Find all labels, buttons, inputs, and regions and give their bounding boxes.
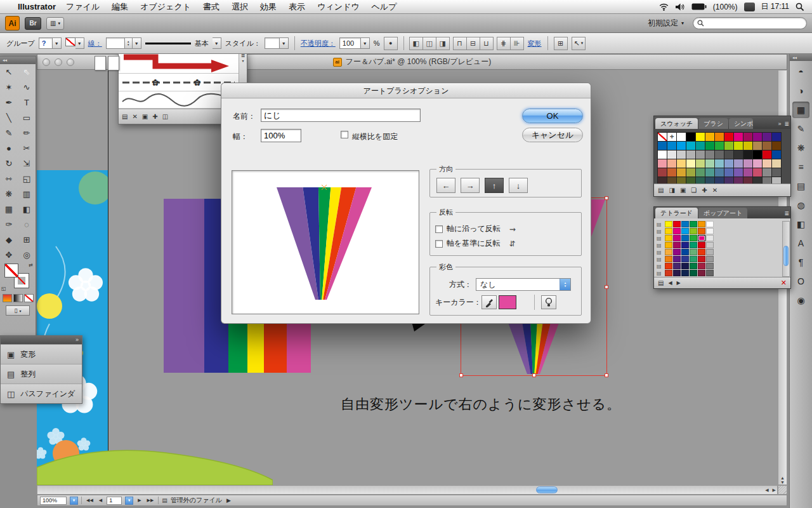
swatch[interactable]: [698, 270, 705, 276]
menu-item[interactable]: 書式: [203, 1, 219, 13]
swatch[interactable]: [681, 249, 689, 255]
swatch[interactable]: [665, 228, 672, 234]
pencil-tool[interactable]: ✏: [18, 125, 36, 140]
clock-label[interactable]: 日 17:11: [761, 1, 789, 12]
swatch[interactable]: [724, 133, 733, 141]
swatch-group-folder-icon[interactable]: ▤: [657, 264, 664, 269]
swatch[interactable]: [743, 142, 752, 150]
swatch[interactable]: [743, 159, 752, 168]
menu-item[interactable]: ファイル: [66, 1, 100, 13]
dock-collapse-header[interactable]: ◂◂: [790, 54, 812, 61]
none-mode-button[interactable]: [24, 294, 34, 302]
align-panel-item[interactable]: ▤整列: [1, 364, 82, 384]
brush-thumbnail[interactable]: [95, 56, 106, 70]
rotate-tool[interactable]: ↻: [0, 156, 18, 171]
delete-group-icon[interactable]: ✕: [781, 279, 787, 287]
colorization-tips-button[interactable]: [541, 295, 556, 309]
direction-left-button[interactable]: ←: [436, 178, 455, 193]
swatch[interactable]: [673, 221, 681, 227]
default-fill-stroke-icon[interactable]: ◱: [1, 286, 6, 291]
fill-color-dropdown-icon[interactable]: ▼: [75, 37, 84, 49]
swatch[interactable]: [763, 142, 771, 150]
swatch[interactable]: [698, 256, 705, 262]
stroke-weight-field[interactable]: [106, 37, 125, 49]
swatch[interactable]: [690, 242, 697, 248]
select-similar-objects-button[interactable]: ↖▾: [572, 37, 586, 50]
swatch-options-icon[interactable]: ▣: [680, 187, 686, 194]
swatch[interactable]: [763, 133, 771, 141]
new-brush-icon[interactable]: ✚: [152, 113, 157, 120]
swatch[interactable]: [763, 168, 771, 177]
horizontal-scrollbar[interactable]: ◀▶: [37, 485, 778, 495]
align-bottom-button[interactable]: ⊔: [480, 37, 494, 50]
style-field[interactable]: [265, 37, 280, 49]
swatch[interactable]: [753, 159, 762, 168]
swatch[interactable]: [715, 150, 724, 159]
transform-link[interactable]: 変形: [528, 39, 542, 48]
isolate-selected-object-button[interactable]: ⊞: [554, 37, 568, 50]
next-page-button[interactable]: ▶: [136, 498, 142, 503]
zoom-tool[interactable]: ◎: [18, 247, 36, 262]
window-resize-grip[interactable]: [778, 485, 787, 495]
swatch-group-folder-icon[interactable]: ▤: [657, 243, 664, 248]
swatch-group-folder-icon[interactable]: ▤: [657, 257, 664, 262]
appearance-panel-icon[interactable]: ◉: [792, 292, 809, 309]
swatch-group-folder-icon[interactable]: ▤: [657, 236, 664, 241]
symbol-sprayer-tool[interactable]: ❋: [0, 186, 18, 201]
swatch[interactable]: [677, 150, 686, 159]
swatch[interactable]: [673, 263, 681, 269]
swatch[interactable]: [753, 133, 762, 141]
swatch[interactable]: [705, 142, 714, 150]
tab-tetrad[interactable]: テトラード: [655, 208, 698, 218]
swatch[interactable]: [772, 150, 781, 159]
opentype-panel-icon[interactable]: O: [792, 273, 809, 290]
pathfinder-panel-item[interactable]: ◫パスファインダ: [1, 384, 82, 403]
swatches-panel-icon[interactable]: ▦: [792, 102, 809, 118]
lasso-tool[interactable]: ∿: [18, 79, 36, 95]
tab-swatches[interactable]: スウォッチ: [655, 118, 698, 129]
gradient-tool[interactable]: ◧: [18, 201, 36, 217]
swatch[interactable]: [686, 150, 695, 159]
colorization-method-select[interactable]: なし ▴▾: [476, 278, 571, 291]
swatch[interactable]: [706, 270, 714, 276]
swatch-libraries-icon[interactable]: ▤: [658, 187, 664, 194]
eraser-tool[interactable]: ✂: [18, 140, 36, 156]
brushes-panel-icon[interactable]: ✎: [792, 121, 809, 137]
free-transform-tool[interactable]: ◱: [18, 171, 36, 186]
blob-brush-tool[interactable]: ●: [0, 140, 18, 156]
tools-panel-header[interactable]: ◂◂: [0, 57, 36, 64]
swatch[interactable]: [677, 142, 686, 150]
selection-tool[interactable]: ↖: [0, 64, 18, 79]
volume-icon[interactable]: [676, 3, 685, 11]
page-number-field[interactable]: 1: [107, 497, 122, 505]
swatch[interactable]: [743, 168, 752, 177]
swatch[interactable]: [677, 159, 686, 168]
brush-libraries-icon[interactable]: ▤: [122, 113, 128, 120]
swatch[interactable]: [658, 159, 667, 168]
opacity-dropdown-icon[interactable]: ▼: [361, 37, 370, 49]
swatch[interactable]: [686, 168, 695, 177]
symbols-panel-icon[interactable]: ❋: [792, 140, 809, 156]
swatch[interactable]: [734, 142, 743, 150]
swatch[interactable]: [673, 235, 681, 241]
opacity-mask-button[interactable]: ●: [384, 37, 398, 50]
canvas-caption-text[interactable]: 自由変形ツールで右のように変形させる。: [303, 395, 658, 414]
swatch[interactable]: [665, 263, 672, 269]
spaces-menu-icon[interactable]: [744, 3, 755, 11]
panel-collapse-header[interactable]: »: [1, 336, 82, 344]
color-group-scrollbar[interactable]: [782, 221, 790, 277]
paragraph-panel-icon[interactable]: ¶: [792, 254, 809, 271]
swatch[interactable]: [673, 228, 681, 234]
graph-tool[interactable]: ▥: [18, 186, 36, 201]
swatch[interactable]: [681, 221, 689, 227]
swatch[interactable]: [706, 221, 714, 227]
direction-right-button[interactable]: →: [461, 178, 480, 193]
swatch-kinds-icon[interactable]: ◨: [669, 187, 674, 194]
mesh-tool[interactable]: ▦: [0, 201, 18, 217]
swatch[interactable]: [706, 256, 714, 262]
swatch[interactable]: [772, 133, 781, 141]
swatch[interactable]: [665, 256, 672, 262]
paintbrush-tool[interactable]: ✎: [0, 125, 18, 140]
selection-handle[interactable]: [459, 373, 463, 377]
swatch[interactable]: [706, 263, 714, 269]
